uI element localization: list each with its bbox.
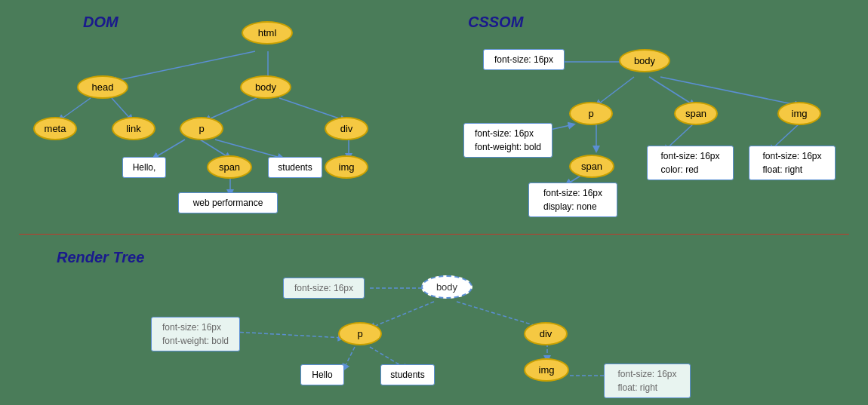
cssom-img-node: img (777, 102, 821, 125)
cssom-p-box: font-size: 16px font-weight: bold (463, 123, 553, 158)
render-font-size-body-box: font-size: 16px (283, 278, 365, 299)
dom-img-node: img (325, 155, 368, 179)
render-p-box: font-size: 16px font-weight: bold (151, 317, 240, 351)
cssom-span-deep-node: span (569, 155, 614, 178)
svg-line-5 (279, 98, 346, 121)
render-students-text: students (380, 364, 435, 385)
dom-web-performance-text: web performance (178, 192, 278, 213)
svg-line-4 (205, 98, 257, 121)
svg-line-0 (112, 51, 255, 81)
dom-head-node: head (77, 75, 128, 99)
cssom-img-box: font-size: 16px float: right (749, 146, 836, 180)
svg-line-23 (234, 332, 343, 338)
dom-students-text: students (268, 157, 322, 178)
svg-line-12 (596, 77, 634, 106)
cssom-title: CSSOM (468, 14, 523, 31)
svg-line-13 (649, 77, 694, 106)
render-tree-title: Render Tree (57, 249, 144, 266)
cssom-font-size-body-box: font-size: 16px (483, 49, 565, 70)
cssom-body-node: body (619, 49, 670, 72)
dom-link-node: link (112, 117, 155, 140)
connection-lines (0, 0, 868, 405)
cssom-p-node: p (569, 102, 613, 125)
cssom-span-node: span (674, 102, 718, 125)
render-p-node: p (338, 322, 382, 345)
render-div-node: div (524, 322, 568, 345)
svg-line-21 (370, 302, 434, 328)
section-divider (19, 234, 849, 235)
dom-title: DOM (83, 14, 119, 31)
dom-body-node: body (240, 75, 291, 99)
svg-line-24 (343, 347, 355, 370)
diagram-container: DOM CSSOM Render Tree (0, 0, 868, 405)
dom-p-node: p (180, 117, 223, 140)
render-body-node: body (421, 275, 472, 299)
cssom-span-deep-box: font-size: 16px display: none (528, 183, 617, 217)
cssom-span-box: font-size: 16px color: red (647, 146, 734, 180)
svg-line-22 (457, 302, 543, 328)
dom-html-node: html (242, 21, 293, 44)
dom-span-node: span (207, 155, 252, 179)
render-img-box: font-size: 16px float: right (604, 364, 691, 398)
render-img-node: img (524, 358, 569, 382)
render-hello-text: Hello (300, 364, 344, 385)
dom-hello-text: Hello, (122, 157, 166, 178)
dom-meta-node: meta (33, 117, 77, 140)
dom-div-node: div (325, 117, 368, 140)
svg-line-14 (660, 77, 800, 106)
svg-line-6 (153, 140, 185, 158)
